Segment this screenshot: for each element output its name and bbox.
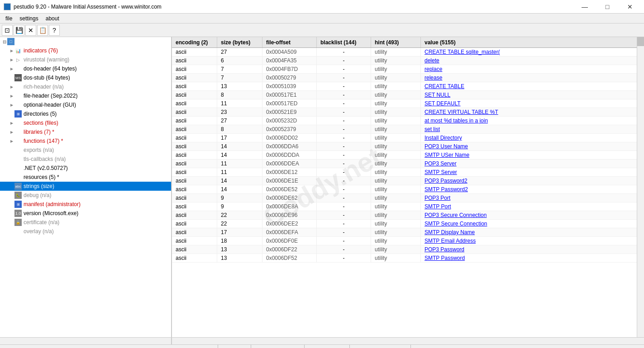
minimize-button[interactable]: —: [574, 0, 595, 14]
tree-item-rich-header[interactable]: ▶ rich-header (n/a): [0, 82, 171, 91]
cell-hint: utility: [371, 237, 421, 245]
cell-value[interactable]: POP3 Password: [421, 245, 644, 254]
cell-value[interactable]: POP3 Secure Connection: [421, 211, 644, 219]
cell-value[interactable]: Install Directory: [421, 134, 644, 142]
scrollbar-thumb[interactable]: [637, 37, 644, 46]
cell-size: 7: [217, 74, 262, 82]
table-header: encoding (2) size (bytes) file-offset bl…: [172, 37, 644, 48]
tree-item-functions[interactable]: ▶ functions (147) *: [0, 136, 171, 146]
toolbar-btn-4[interactable]: ?: [49, 25, 60, 36]
cell-value[interactable]: SET DEFAULT: [421, 99, 644, 108]
cell-value[interactable]: POP3 Port: [421, 194, 644, 202]
cell-encoding: ascii: [172, 74, 217, 82]
table-row: ascii70x00050279-utilityrelease: [172, 74, 644, 82]
tree-item-resources[interactable]: resources (5) *: [0, 173, 171, 182]
cell-encoding: ascii: [172, 117, 217, 125]
maximize-button[interactable]: □: [597, 0, 618, 14]
cell-value[interactable]: SMTP Secure Connection: [421, 220, 644, 228]
cell-blacklist: -: [317, 65, 371, 73]
cell-offset: 0x0006DD02: [262, 134, 317, 142]
tree-item-debug[interactable]: 🐛 debug (n/a): [0, 191, 171, 200]
col-header-hint[interactable]: hint (493): [371, 37, 421, 47]
cell-value[interactable]: SET NULL: [421, 91, 644, 99]
cell-value[interactable]: SMTP Email Address: [421, 237, 644, 245]
libraries-icon: [14, 128, 22, 136]
table-row: ascii130x0006DF52-utilitySMTP Password: [172, 254, 644, 263]
cell-value[interactable]: POP3 User Name: [421, 142, 644, 150]
tree-item-exports[interactable]: exports (n/a): [0, 146, 171, 155]
tree-item-version[interactable]: 1.0 version (Microsoft.exe): [0, 209, 171, 218]
cell-value[interactable]: delete: [421, 56, 644, 65]
cell-value[interactable]: set list: [421, 125, 644, 133]
tree-item-dotnet[interactable]: .NET (v2.0.50727): [0, 164, 171, 173]
cell-hint: utility: [371, 142, 421, 150]
tree-item-dos-stub[interactable]: MS dos-stub (64 bytes): [0, 73, 171, 82]
cell-blacklist: -: [317, 194, 371, 202]
cell-value[interactable]: SMTP Password: [421, 254, 644, 262]
tree-item-libraries[interactable]: ▶ libraries (7) *: [0, 127, 171, 136]
close-button[interactable]: ✕: [620, 0, 640, 14]
table-row: ascii270x0004A509-utilityCREATE TABLE sq…: [172, 48, 644, 56]
tree-item-overlay[interactable]: overlay (n/a): [0, 227, 171, 236]
cell-value[interactable]: SMTP Server: [421, 168, 644, 176]
cell-encoding: ascii: [172, 91, 217, 99]
dos-stub-icon: MS: [14, 74, 22, 81]
tree-item-tls-callbacks[interactable]: tls-callbacks (n/a): [0, 155, 171, 164]
col-header-offset[interactable]: file-offset: [262, 37, 317, 47]
cell-size: 14: [217, 185, 262, 193]
cell-encoding: ascii: [172, 134, 217, 142]
cell-size: 9: [217, 194, 262, 202]
tree-root[interactable]: ⊟ □: [0, 37, 171, 46]
cell-encoding: ascii: [172, 151, 217, 159]
col-header-blacklist[interactable]: blacklist (144): [317, 37, 371, 47]
cell-hint: utility: [371, 65, 421, 73]
col-header-value[interactable]: value (5155): [421, 37, 644, 47]
cell-value[interactable]: at most %d tables in a join: [421, 117, 644, 125]
cell-offset: 0x0006DEE2: [262, 220, 317, 228]
cell-blacklist: -: [317, 108, 371, 116]
toolbar-btn-0[interactable]: ⊡: [2, 25, 13, 36]
left-hscroll[interactable]: [0, 338, 172, 345]
col-header-encoding[interactable]: encoding (2): [172, 37, 217, 47]
table-row: ascii60x0004FA35-utilitydelete: [172, 56, 644, 65]
cell-value[interactable]: POP3 Password2: [421, 177, 644, 185]
table-row: ascii90x0006DE8A-utilitySMTP Port: [172, 202, 644, 211]
tree-item-dos-header[interactable]: ▶ dos-header (64 bytes): [0, 64, 171, 73]
cell-value[interactable]: SMTP Port: [421, 202, 644, 211]
debug-expand-icon: [9, 193, 14, 198]
cell-value[interactable]: SMTP USer Name: [421, 151, 644, 159]
vertical-scrollbar[interactable]: [637, 37, 644, 337]
right-hscroll[interactable]: [172, 338, 644, 345]
cell-value[interactable]: CREATE TABLE sqlite_master(: [421, 48, 644, 56]
tree-item-indicators[interactable]: ▶ 📊 indicators (76): [0, 46, 171, 55]
tree-item-sections[interactable]: ▶ sections (files): [0, 118, 171, 127]
cell-value[interactable]: POP3 Server: [421, 160, 644, 168]
table-row: ascii140x0006DDA6-utilityPOP3 User Name: [172, 142, 644, 151]
cell-value[interactable]: SMTP Display Name: [421, 228, 644, 236]
cell-value[interactable]: SMTP Password2: [421, 185, 644, 193]
main-layout: Coddy.net ⊟ □ ▶ 📊 indicators (76) ▶ ▷ vi…: [0, 37, 644, 337]
toolbar-btn-3[interactable]: 📋: [37, 25, 48, 36]
cell-offset: 0x0006DDDA: [262, 151, 317, 159]
cell-value[interactable]: CREATE TABLE: [421, 82, 644, 90]
menu-file[interactable]: file: [2, 14, 16, 23]
toolbar-btn-1[interactable]: 💾: [14, 25, 24, 36]
cell-blacklist: -: [317, 237, 371, 245]
cell-value[interactable]: replace: [421, 65, 644, 73]
status-cpu: cpu: 32-bit: [218, 345, 251, 348]
indicators-icon: 📊: [14, 47, 22, 54]
col-header-size[interactable]: size (bytes): [217, 37, 262, 47]
tree-item-virustotal[interactable]: ▶ ▷ virustotal (warning): [0, 55, 171, 64]
tree-item-optional-header[interactable]: ▶ optional-header (GUI): [0, 100, 171, 109]
menu-about[interactable]: about: [42, 14, 63, 23]
cell-size: 14: [217, 177, 262, 185]
tree-item-directories[interactable]: ⊞ directories (5): [0, 109, 171, 118]
tree-item-manifest[interactable]: ⊞ manifest (administrator): [0, 200, 171, 209]
tree-item-certificate[interactable]: 🔒 certificate (n/a): [0, 218, 171, 227]
cell-value[interactable]: release: [421, 74, 644, 82]
tree-item-file-header[interactable]: ▶ file-header (Sep.2022): [0, 91, 171, 100]
toolbar-btn-2[interactable]: ✕: [25, 25, 36, 36]
menu-settings[interactable]: settings: [16, 14, 42, 23]
cell-value[interactable]: CREATE VIRTUAL TABLE %T: [421, 108, 644, 116]
tree-item-strings[interactable]: abc strings (size): [0, 182, 171, 191]
